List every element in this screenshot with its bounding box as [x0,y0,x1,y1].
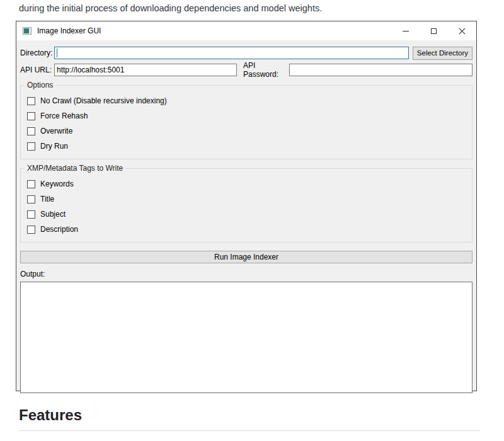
output-textarea[interactable] [20,282,472,393]
checkbox-description[interactable]: Description [23,222,469,237]
checkbox-overwrite[interactable]: Overwrite [23,123,469,139]
output-label: Output: [20,270,472,278]
app-window: Image Indexer GUI Directory: Select Dire… [16,21,477,391]
api-password-input[interactable] [289,64,472,76]
app-image-icon [23,27,32,35]
checkbox-label: Force Rehash [40,112,88,120]
checkbox-label: Description [40,225,78,234]
directory-label: Directory: [20,49,54,57]
checkbox-title[interactable]: Title [23,192,469,207]
checkbox-box[interactable] [27,195,35,203]
features-heading: Features [19,406,481,431]
directory-row: Directory: Select Directory [20,46,472,60]
checkbox-box[interactable] [27,180,35,188]
checkbox-label: Dry Run [40,142,68,151]
checkbox-box[interactable] [27,226,35,234]
window-controls [391,21,476,40]
directory-input[interactable] [54,47,409,59]
xmp-group-title: XMP/Metadata Tags to Write [25,164,125,173]
checkbox-label: No Crawl (Disable recursive indexing) [40,96,167,105]
options-group: Options No Crawl (Disable recursive inde… [20,81,472,159]
checkbox-box[interactable] [27,127,35,135]
checkbox-subject[interactable]: Subject [23,207,469,222]
documentation-page: during the initial process of downloadin… [0,0,504,441]
checkbox-box[interactable] [27,210,35,219]
checkbox-label: Overwrite [40,127,72,135]
window-titlebar[interactable]: Image Indexer GUI [16,21,476,40]
select-directory-button[interactable]: Select Directory [413,47,472,60]
checkbox-label: Title [40,195,54,203]
app-icon-glyph [24,28,29,33]
api-password-label: API Password: [243,61,289,79]
api-url-label: API URL: [20,66,54,74]
run-image-indexer-button[interactable]: Run Image Indexer [20,251,472,263]
api-row: API URL: API Password: [20,64,472,76]
options-group-title: Options [25,81,55,89]
checkbox-box[interactable] [27,142,35,151]
close-icon [458,27,466,35]
text-caret [57,49,57,57]
checkbox-no-crawl[interactable]: No Crawl (Disable recursive indexing) [23,93,469,108]
minimize-icon [403,31,409,32]
checkbox-keywords[interactable]: Keywords [23,176,469,192]
checkbox-label: Subject [40,210,66,219]
checkbox-label: Keywords [40,180,74,188]
close-button[interactable] [448,21,476,40]
checkbox-box[interactable] [27,97,35,105]
xmp-group: XMP/Metadata Tags to Write Keywords Titl… [20,164,472,243]
window-client-area: Directory: Select Directory API URL: API… [16,40,476,393]
window-title: Image Indexer GUI [37,26,101,35]
checkbox-dry-run[interactable]: Dry Run [23,139,469,154]
intro-text: during the initial process of downloadin… [0,0,504,14]
api-url-input[interactable] [54,64,237,76]
maximize-icon [431,28,437,34]
minimize-button[interactable] [391,21,420,40]
checkbox-force-rehash[interactable]: Force Rehash [23,108,469,123]
checkbox-box[interactable] [27,112,35,120]
maximize-button[interactable] [420,21,448,40]
